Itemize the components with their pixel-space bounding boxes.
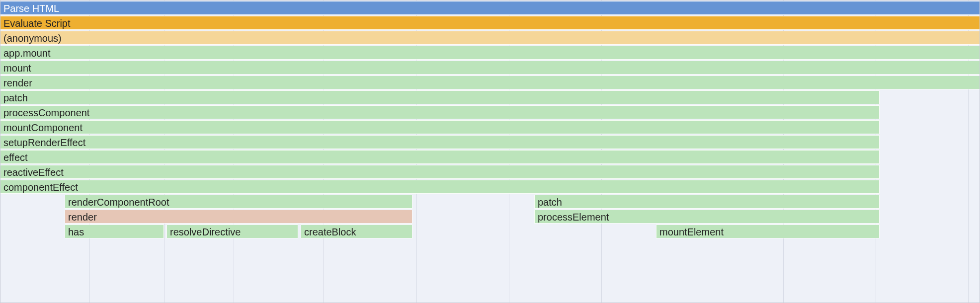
flame-bar[interactable]: has xyxy=(65,225,164,238)
flame-bar[interactable]: processElement xyxy=(534,210,880,224)
flame-bar[interactable]: patch xyxy=(0,90,880,104)
flame-bar[interactable]: render xyxy=(0,76,980,89)
flame-bar[interactable]: (anonymous) xyxy=(0,31,980,45)
flame-bar[interactable]: processComponent xyxy=(0,105,880,119)
flame-bar[interactable]: mountComponent xyxy=(0,120,880,134)
flame-bar[interactable]: mount xyxy=(0,61,980,75)
flame-bar[interactable]: resolveDirective xyxy=(166,225,298,238)
flame-bar[interactable]: effect xyxy=(0,150,880,164)
flame-bar[interactable]: reactiveEffect xyxy=(0,165,880,179)
flame-bar[interactable]: app.mount xyxy=(0,46,980,60)
flame-bar[interactable]: componentEffect xyxy=(0,180,880,194)
flame-bar[interactable]: Evaluate Script xyxy=(0,16,980,30)
flame-bar[interactable]: setupRenderEffect xyxy=(0,135,880,149)
flame-bar[interactable]: createBlock xyxy=(301,225,412,238)
flame-bar[interactable]: patch xyxy=(534,195,880,209)
flame-bar[interactable]: renderComponentRoot xyxy=(65,195,412,209)
flame-bar[interactable]: render xyxy=(65,210,412,224)
flame-bar[interactable]: Parse HTML xyxy=(0,1,980,15)
flame-bar[interactable]: mountElement xyxy=(656,225,880,238)
